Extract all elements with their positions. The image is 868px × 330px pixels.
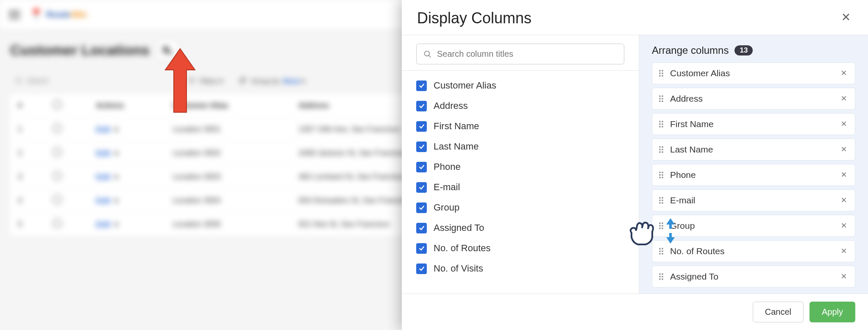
drag-handle-icon[interactable]	[658, 247, 664, 255]
column-checkbox-item[interactable]: Assigned To	[416, 219, 624, 237]
arrange-count-badge: 13	[734, 45, 753, 55]
svg-point-40	[662, 149, 663, 150]
groupby-button[interactable]: Group by: None ▾	[240, 77, 305, 85]
checkbox-checked-icon	[416, 182, 427, 193]
svg-point-81	[659, 278, 661, 280]
col-actions: Actions	[88, 94, 165, 118]
arrange-item[interactable]: Last Name	[652, 139, 855, 161]
arrange-item[interactable]: Assigned To	[652, 266, 855, 288]
remove-column-button[interactable]	[839, 271, 849, 282]
drag-handle-icon[interactable]	[658, 272, 664, 281]
svg-point-23	[659, 98, 661, 100]
drag-handle-icon[interactable]	[658, 94, 664, 103]
svg-point-42	[662, 151, 663, 153]
arrange-item[interactable]: Address	[652, 88, 855, 110]
column-search-input[interactable]	[437, 49, 617, 59]
svg-point-33	[659, 126, 661, 128]
drag-handle-icon[interactable]	[658, 69, 664, 78]
column-label: Phone	[434, 161, 461, 172]
edit-link[interactable]: Edit	[96, 173, 110, 181]
edit-link[interactable]: Edit	[96, 149, 110, 158]
apply-button[interactable]: Apply	[810, 302, 855, 322]
column-checkbox-item[interactable]: No. of Routes	[416, 239, 624, 257]
svg-point-30	[662, 121, 663, 122]
grab-hand-annotation	[625, 218, 659, 248]
select-all-checkbox[interactable]	[53, 100, 62, 109]
drag-handle-icon[interactable]	[658, 171, 664, 179]
menu-icon[interactable]	[8, 11, 20, 19]
cancel-button[interactable]: Cancel	[753, 302, 804, 322]
arrange-item[interactable]: E-mail	[652, 189, 855, 211]
column-label: Last Name	[434, 141, 479, 152]
column-checkbox-item[interactable]: First Name	[416, 117, 624, 135]
edit-link[interactable]: Edit	[96, 220, 110, 229]
svg-point-17	[659, 75, 661, 77]
brand-pre: Route	[46, 10, 70, 19]
remove-column-button[interactable]	[839, 119, 849, 130]
arrange-item[interactable]: Phone	[652, 164, 855, 186]
checkbox-checked-icon	[416, 101, 427, 111]
svg-point-39	[659, 149, 661, 150]
drag-handle-icon[interactable]	[658, 145, 664, 154]
search-icon	[423, 50, 432, 58]
table-search-input[interactable]: Search	[10, 74, 171, 88]
arrange-item[interactable]: Group	[652, 215, 855, 237]
available-columns-pane: Customer AliasAddressFirst NameLast Name…	[402, 35, 639, 294]
svg-line-12	[429, 55, 431, 57]
svg-point-63	[659, 225, 661, 227]
arrange-label: No. of Routes	[670, 246, 833, 256]
svg-point-71	[659, 250, 661, 252]
column-checkbox-item[interactable]: Last Name	[416, 138, 624, 155]
svg-point-48	[662, 174, 663, 176]
column-search-box[interactable]	[416, 44, 624, 64]
svg-point-57	[659, 202, 661, 204]
arrange-label: Last Name	[670, 144, 833, 155]
svg-rect-6	[241, 78, 243, 80]
edit-link[interactable]: Edit	[96, 125, 110, 134]
display-columns-panel: Display Columns Customer AliasAddressFir…	[402, 0, 868, 330]
edit-link[interactable]: Edit	[96, 197, 110, 205]
close-button[interactable]	[839, 10, 853, 27]
remove-column-button[interactable]	[839, 195, 849, 206]
svg-point-46	[662, 172, 663, 173]
svg-point-53	[659, 197, 661, 199]
drag-handle-icon[interactable]	[658, 196, 664, 205]
arrange-item[interactable]: Customer Alias	[652, 62, 855, 84]
remove-column-button[interactable]	[839, 68, 849, 79]
column-checkbox-item[interactable]: Customer Alias	[416, 77, 624, 94]
remove-column-button[interactable]	[839, 144, 849, 155]
svg-line-4	[20, 82, 22, 84]
column-checkbox-item[interactable]: E-mail	[416, 178, 624, 196]
groupby-value: None	[283, 78, 300, 85]
arrange-item[interactable]: No. of Routes	[652, 240, 855, 262]
svg-point-74	[662, 253, 663, 255]
svg-point-38	[662, 146, 663, 148]
column-checkbox-item[interactable]: Address	[416, 97, 624, 115]
column-checkbox-item[interactable]: Phone	[416, 158, 624, 176]
row-checkbox[interactable]	[53, 195, 62, 204]
svg-point-21	[659, 95, 661, 97]
arrange-item[interactable]: First Name	[652, 113, 855, 135]
row-checkbox[interactable]	[53, 124, 62, 133]
checkbox-checked-icon	[416, 121, 427, 132]
remove-column-button[interactable]	[839, 246, 849, 257]
row-checkbox[interactable]	[53, 147, 62, 157]
svg-rect-8	[241, 81, 243, 83]
column-checkbox-item[interactable]: Group	[416, 199, 624, 216]
remove-column-button[interactable]	[839, 169, 849, 180]
drag-handle-icon[interactable]	[658, 120, 664, 128]
svg-point-32	[662, 123, 663, 125]
arrange-label: Customer Alias	[670, 68, 833, 78]
svg-point-34	[662, 126, 663, 128]
checkbox-checked-icon	[416, 243, 427, 254]
svg-point-25	[659, 100, 661, 102]
row-checkbox[interactable]	[53, 219, 62, 228]
column-checkbox-item[interactable]: No. of Visits	[416, 260, 624, 277]
svg-point-41	[659, 151, 661, 153]
remove-column-button[interactable]	[839, 93, 849, 104]
remove-column-button[interactable]	[839, 220, 849, 231]
group-icon	[240, 78, 247, 84]
svg-point-50	[662, 177, 663, 178]
row-checkbox[interactable]	[53, 171, 62, 180]
svg-point-77	[659, 273, 661, 275]
